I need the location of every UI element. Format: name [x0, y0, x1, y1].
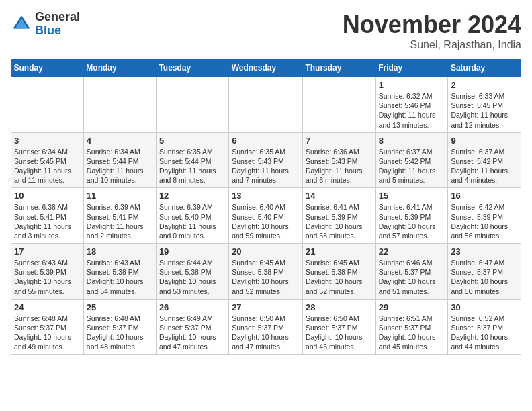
day-info: Sunrise: 6:34 AM Sunset: 5:45 PM Dayligh…: [14, 147, 81, 185]
day-info: Sunrise: 6:41 AM Sunset: 5:39 PM Dayligh…: [379, 202, 445, 240]
calendar-cell: 30Sunrise: 6:52 AM Sunset: 5:37 PM Dayli…: [448, 299, 521, 355]
day-number: 1: [379, 80, 445, 90]
page-header: General Blue November 2024 Sunel, Rajast…: [11, 11, 521, 51]
calendar-cell: 12Sunrise: 6:39 AM Sunset: 5:40 PM Dayli…: [156, 188, 228, 244]
day-number: 22: [379, 246, 445, 257]
calendar-cell: 13Sunrise: 6:40 AM Sunset: 5:40 PM Dayli…: [229, 188, 303, 244]
day-info: Sunrise: 6:43 AM Sunset: 5:39 PM Dayligh…: [14, 258, 81, 296]
day-info: Sunrise: 6:39 AM Sunset: 5:41 PM Dayligh…: [87, 202, 153, 240]
day-number: 11: [87, 191, 153, 201]
day-info: Sunrise: 6:48 AM Sunset: 5:37 PM Dayligh…: [14, 314, 81, 352]
calendar-cell: 2Sunrise: 6:33 AM Sunset: 5:45 PM Daylig…: [448, 77, 521, 133]
weekday-header: Wednesday: [229, 59, 303, 77]
calendar-cell: 1Sunrise: 6:32 AM Sunset: 5:46 PM Daylig…: [375, 77, 448, 133]
day-number: 3: [14, 136, 81, 146]
logo-general: General: [35, 11, 80, 24]
calendar-cell: 6Sunrise: 6:35 AM Sunset: 5:43 PM Daylig…: [229, 132, 303, 188]
calendar-cell: 16Sunrise: 6:42 AM Sunset: 5:39 PM Dayli…: [448, 188, 521, 244]
calendar-cell: 29Sunrise: 6:51 AM Sunset: 5:37 PM Dayli…: [375, 299, 448, 355]
day-info: Sunrise: 6:50 AM Sunset: 5:37 PM Dayligh…: [306, 314, 373, 352]
day-info: Sunrise: 6:40 AM Sunset: 5:40 PM Dayligh…: [232, 202, 300, 240]
day-info: Sunrise: 6:38 AM Sunset: 5:41 PM Dayligh…: [14, 202, 81, 240]
calendar-table: SundayMondayTuesdayWednesdayThursdayFrid…: [11, 59, 521, 355]
calendar-cell: 26Sunrise: 6:49 AM Sunset: 5:37 PM Dayli…: [156, 299, 228, 355]
day-number: 10: [14, 191, 81, 201]
day-info: Sunrise: 6:45 AM Sunset: 5:38 PM Dayligh…: [306, 258, 373, 296]
day-info: Sunrise: 6:37 AM Sunset: 5:42 PM Dayligh…: [379, 147, 445, 185]
weekday-header: Monday: [83, 59, 156, 77]
calendar-cell: 27Sunrise: 6:50 AM Sunset: 5:37 PM Dayli…: [229, 299, 303, 355]
calendar-cell: 15Sunrise: 6:41 AM Sunset: 5:39 PM Dayli…: [375, 188, 448, 244]
day-info: Sunrise: 6:36 AM Sunset: 5:43 PM Dayligh…: [306, 147, 373, 185]
day-info: Sunrise: 6:48 AM Sunset: 5:37 PM Dayligh…: [87, 314, 153, 352]
calendar-cell: 5Sunrise: 6:35 AM Sunset: 5:44 PM Daylig…: [156, 132, 228, 188]
month-title: November 2024: [343, 11, 521, 39]
day-info: Sunrise: 6:46 AM Sunset: 5:37 PM Dayligh…: [379, 258, 445, 296]
day-info: Sunrise: 6:42 AM Sunset: 5:39 PM Dayligh…: [451, 202, 518, 240]
weekday-header: Thursday: [302, 59, 375, 77]
day-number: 9: [451, 136, 518, 146]
day-number: 26: [159, 302, 226, 312]
calendar-cell: 10Sunrise: 6:38 AM Sunset: 5:41 PM Dayli…: [11, 188, 84, 244]
calendar-cell: 22Sunrise: 6:46 AM Sunset: 5:37 PM Dayli…: [375, 244, 448, 300]
day-number: 2: [451, 80, 518, 90]
calendar-week-row: 24Sunrise: 6:48 AM Sunset: 5:37 PM Dayli…: [11, 299, 521, 355]
day-info: Sunrise: 6:33 AM Sunset: 5:45 PM Dayligh…: [451, 91, 518, 130]
day-number: 25: [87, 302, 153, 312]
day-number: 20: [232, 246, 300, 257]
calendar-cell: 28Sunrise: 6:50 AM Sunset: 5:37 PM Dayli…: [302, 299, 375, 355]
calendar-week-row: 1Sunrise: 6:32 AM Sunset: 5:46 PM Daylig…: [11, 77, 521, 133]
day-number: 27: [232, 302, 300, 312]
day-info: Sunrise: 6:52 AM Sunset: 5:37 PM Dayligh…: [451, 314, 518, 352]
day-number: 5: [159, 136, 226, 146]
weekday-header: Sunday: [11, 59, 84, 77]
calendar-cell: 19Sunrise: 6:44 AM Sunset: 5:38 PM Dayli…: [156, 244, 228, 300]
calendar-cell: [83, 77, 156, 133]
calendar-cell: 4Sunrise: 6:34 AM Sunset: 5:44 PM Daylig…: [83, 132, 156, 188]
calendar-cell: 18Sunrise: 6:43 AM Sunset: 5:38 PM Dayli…: [83, 244, 156, 300]
day-number: 12: [159, 191, 226, 201]
weekday-header-row: SundayMondayTuesdayWednesdayThursdayFrid…: [11, 59, 521, 77]
day-number: 23: [451, 246, 518, 257]
day-number: 7: [306, 136, 373, 146]
day-number: 29: [379, 302, 445, 312]
weekday-header: Saturday: [448, 59, 521, 77]
day-number: 16: [451, 191, 518, 201]
calendar-cell: 23Sunrise: 6:47 AM Sunset: 5:37 PM Dayli…: [448, 244, 521, 300]
day-info: Sunrise: 6:43 AM Sunset: 5:38 PM Dayligh…: [87, 258, 153, 296]
day-number: 15: [379, 191, 445, 201]
logo-icon: [11, 13, 32, 35]
calendar-cell: [11, 77, 84, 133]
logo: General Blue: [11, 11, 80, 38]
day-info: Sunrise: 6:41 AM Sunset: 5:39 PM Dayligh…: [306, 202, 373, 240]
calendar-cell: 3Sunrise: 6:34 AM Sunset: 5:45 PM Daylig…: [11, 132, 84, 188]
day-info: Sunrise: 6:32 AM Sunset: 5:46 PM Dayligh…: [379, 91, 445, 130]
day-info: Sunrise: 6:35 AM Sunset: 5:44 PM Dayligh…: [159, 147, 226, 185]
day-info: Sunrise: 6:39 AM Sunset: 5:40 PM Dayligh…: [159, 202, 226, 240]
day-info: Sunrise: 6:37 AM Sunset: 5:42 PM Dayligh…: [451, 147, 518, 185]
location: Sunel, Rajasthan, India: [343, 39, 521, 51]
calendar-cell: 11Sunrise: 6:39 AM Sunset: 5:41 PM Dayli…: [83, 188, 156, 244]
day-number: 17: [14, 246, 81, 257]
calendar-cell: 24Sunrise: 6:48 AM Sunset: 5:37 PM Dayli…: [11, 299, 84, 355]
calendar-cell: 8Sunrise: 6:37 AM Sunset: 5:42 PM Daylig…: [375, 132, 448, 188]
day-info: Sunrise: 6:35 AM Sunset: 5:43 PM Dayligh…: [232, 147, 300, 185]
day-number: 24: [14, 302, 81, 312]
day-info: Sunrise: 6:50 AM Sunset: 5:37 PM Dayligh…: [232, 314, 300, 352]
day-number: 18: [87, 246, 153, 257]
calendar-cell: [156, 77, 228, 133]
calendar-week-row: 17Sunrise: 6:43 AM Sunset: 5:39 PM Dayli…: [11, 244, 521, 300]
calendar-cell: 25Sunrise: 6:48 AM Sunset: 5:37 PM Dayli…: [83, 299, 156, 355]
day-number: 4: [87, 136, 153, 146]
calendar-cell: 7Sunrise: 6:36 AM Sunset: 5:43 PM Daylig…: [302, 132, 375, 188]
day-number: 19: [159, 246, 226, 257]
calendar-week-row: 10Sunrise: 6:38 AM Sunset: 5:41 PM Dayli…: [11, 188, 521, 244]
day-info: Sunrise: 6:45 AM Sunset: 5:38 PM Dayligh…: [232, 258, 300, 296]
day-number: 21: [306, 246, 373, 257]
day-info: Sunrise: 6:47 AM Sunset: 5:37 PM Dayligh…: [451, 258, 518, 296]
calendar-cell: 21Sunrise: 6:45 AM Sunset: 5:38 PM Dayli…: [302, 244, 375, 300]
day-info: Sunrise: 6:44 AM Sunset: 5:38 PM Dayligh…: [159, 258, 226, 296]
day-info: Sunrise: 6:34 AM Sunset: 5:44 PM Dayligh…: [87, 147, 153, 185]
calendar-week-row: 3Sunrise: 6:34 AM Sunset: 5:45 PM Daylig…: [11, 132, 521, 188]
logo-blue: Blue: [35, 24, 80, 38]
